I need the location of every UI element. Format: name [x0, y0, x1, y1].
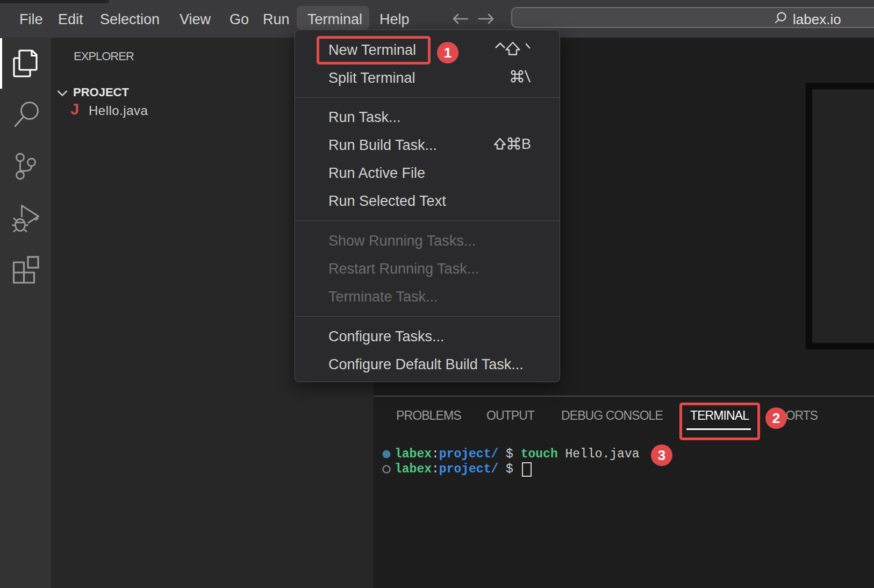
svg-text:B: B: [521, 137, 531, 152]
